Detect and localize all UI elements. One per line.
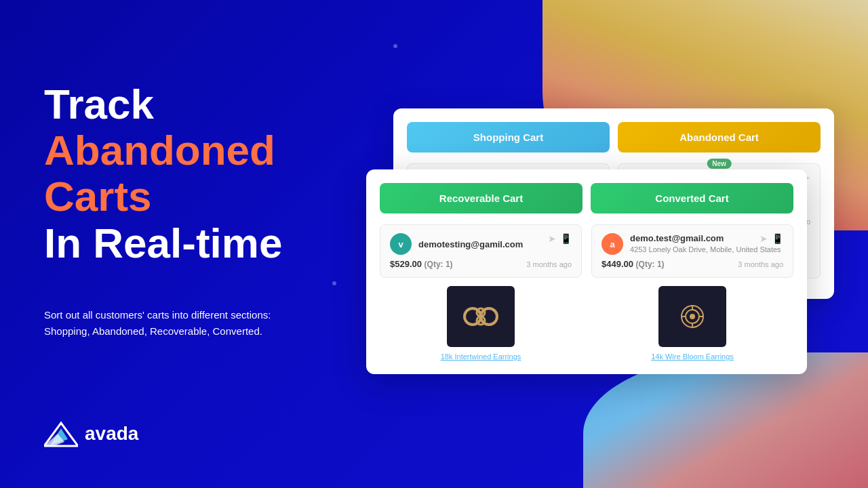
product-label[interactable]: 18k Intertwined Earrings bbox=[380, 352, 582, 361]
avatar: v bbox=[390, 233, 412, 255]
cart-time: 3 months ago bbox=[526, 260, 572, 268]
headline-abandoned: Abandoned Carts bbox=[44, 127, 342, 220]
cards-area: Shopping Cart Abandoned Cart ➤ a demo@gm… bbox=[366, 108, 854, 461]
converted-cart-item: ➤ 📱 a demo.test@gmail.com 4253 Lonely Oa… bbox=[591, 224, 793, 361]
description-text: Sort out all customers' carts into diffe… bbox=[44, 307, 295, 340]
avada-logo-icon bbox=[44, 420, 78, 447]
product-image-card bbox=[658, 286, 726, 347]
converted-cart-button[interactable]: Converted Cart bbox=[591, 183, 793, 214]
whatsapp-icon: 📱 bbox=[772, 233, 783, 244]
avatar: a bbox=[601, 233, 623, 255]
product-label[interactable]: 14k Wire Bloom Earrings bbox=[591, 352, 793, 361]
cart-price: $449.00 (Qty: 1) bbox=[601, 259, 665, 269]
whatsapp-icon: 📱 bbox=[560, 233, 572, 244]
dot-decoration bbox=[393, 44, 397, 48]
earring-image bbox=[454, 292, 508, 341]
cart-price: $529.00 (Qty: 1) bbox=[390, 259, 453, 269]
cart-item: ➤ 📱 v demotesting@gamil.com $529.00 (Qty… bbox=[380, 224, 582, 278]
action-icons: ➤ 📱 bbox=[760, 233, 783, 244]
cart-item-footer: $529.00 (Qty: 1) 3 months ago bbox=[390, 259, 572, 269]
product-section: 18k Intertwined Earrings bbox=[380, 286, 582, 361]
product-section: 14k Wire Bloom Earrings bbox=[591, 286, 793, 361]
earring-image bbox=[665, 292, 719, 341]
back-panel-header: Shopping Cart Abandoned Cart bbox=[407, 122, 821, 152]
shopping-cart-button[interactable]: Shopping Cart bbox=[407, 122, 610, 152]
logo-text: avada bbox=[85, 423, 138, 445]
cart-item-header: a demo.test@gmail.com 4253 Lonely Oak Dr… bbox=[601, 233, 783, 255]
headline-realtime: In Real-time bbox=[44, 220, 342, 266]
cart-qty: (Qty: 1) bbox=[425, 260, 453, 269]
product-image-card bbox=[447, 286, 515, 347]
headline-track: Track bbox=[44, 81, 342, 127]
cart-item-footer: $449.00 (Qty: 1) 3 months ago bbox=[601, 259, 783, 269]
cart-item: ➤ 📱 a demo.test@gmail.com 4253 Lonely Oa… bbox=[591, 224, 793, 278]
cart-time: 3 months ago bbox=[738, 260, 783, 268]
cart-address: 4253 Lonely Oak Drive, Mobile, United St… bbox=[630, 245, 783, 254]
recoverable-cart-button[interactable]: Recoverable Cart bbox=[380, 183, 583, 214]
front-columns: ➤ 📱 v demotesting@gamil.com $529.00 (Qty… bbox=[380, 224, 793, 361]
front-panel-header: Recoverable Cart Converted Cart bbox=[380, 183, 793, 214]
cart-qty: (Qty: 1) bbox=[636, 260, 665, 269]
front-panel: Recoverable Cart Converted Cart ➤ 📱 v de… bbox=[366, 169, 807, 374]
abandoned-cart-button[interactable]: Abandoned Cart bbox=[618, 122, 821, 152]
send-icon: ➤ bbox=[760, 233, 768, 244]
action-icons: ➤ 📱 bbox=[548, 233, 572, 244]
avada-logo: avada bbox=[44, 420, 138, 447]
hero-content: Track Abandoned Carts In Real-time Sort … bbox=[44, 81, 342, 340]
recoverable-cart-item: ➤ 📱 v demotesting@gamil.com $529.00 (Qty… bbox=[380, 224, 582, 361]
svg-point-20 bbox=[690, 314, 695, 319]
cart-item-header: v demotesting@gamil.com bbox=[390, 233, 572, 255]
send-icon: ➤ bbox=[548, 233, 556, 244]
new-badge: New bbox=[707, 159, 732, 169]
